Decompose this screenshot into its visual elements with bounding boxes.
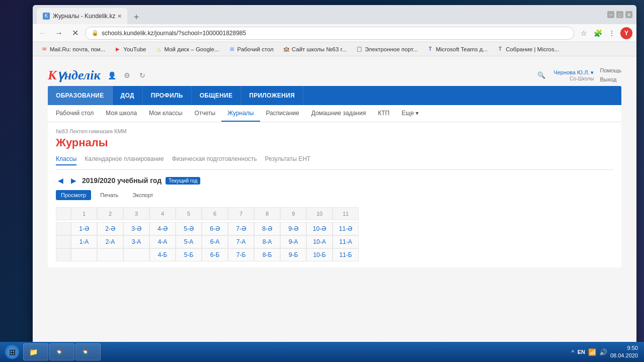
class-8b[interactable]: 8-Б — [254, 248, 280, 261]
active-tab[interactable]: K Журналы - Kundelik.kz ✕ — [37, 8, 127, 24]
bookmark-teams[interactable]: T Microsoft Teams д... — [423, 45, 492, 54]
logo-k: К — [48, 68, 57, 82]
taskbar-item-files[interactable]: 📁 — [23, 343, 48, 360]
subnav-homework[interactable]: Домашние задания — [305, 105, 372, 122]
class-6a[interactable]: 6-А — [202, 235, 228, 248]
tab-close-button[interactable]: ✕ — [115, 12, 123, 20]
bookmark-star-icon[interactable]: ☆ — [578, 28, 589, 39]
reload-button[interactable]: ✕ — [69, 27, 81, 39]
bookmark-drive[interactable]: △ Мой диск – Google... — [151, 45, 223, 54]
class-4b[interactable]: 4-Б — [149, 248, 176, 261]
tab-classes[interactable]: Классы — [56, 155, 76, 165]
subnav-myschool[interactable]: Моя школа — [100, 105, 143, 122]
year-navigation: ◀ ▶ 2019/2020 учебный год Текущий год — [56, 176, 613, 185]
bookmark-school-label: Сайт школы №63 г... — [292, 46, 347, 52]
class-2e[interactable]: 2-Ə — [97, 222, 123, 235]
prev-year-button[interactable]: ◀ — [56, 176, 65, 185]
nav-education[interactable]: ОБРАЗОВАНИЕ — [48, 86, 113, 105]
tab-ent[interactable]: Результаты ЕНТ — [265, 155, 311, 165]
class-8a[interactable]: 8-А — [254, 235, 280, 248]
tab-classes-label: Классы — [56, 155, 76, 162]
search-button[interactable]: 🔍 — [535, 69, 547, 81]
url-bar[interactable]: 🔒 schools.kundelik.kz/journals/?school=1… — [85, 27, 574, 40]
nav-apps[interactable]: ПРИЛОЖЕНИЯ — [241, 86, 303, 105]
class-10b[interactable]: 10-Б — [306, 248, 333, 261]
class-3a[interactable]: 3-А — [123, 235, 149, 248]
class-10a[interactable]: 10-А — [306, 235, 333, 248]
user-avatar[interactable]: Y — [620, 27, 632, 39]
help-link[interactable]: Помощь — [600, 66, 622, 75]
network-icon[interactable]: 📶 — [588, 348, 596, 356]
class-7a[interactable]: 7-А — [228, 235, 254, 248]
subnav-schedule[interactable]: Расписание — [260, 105, 305, 122]
bookmark-portal[interactable]: 📋 Электронное порт... — [352, 45, 422, 54]
audio-icon[interactable]: 🔊 — [599, 348, 607, 356]
subnav-journals[interactable]: Журналы — [221, 105, 260, 122]
nav-profile[interactable]: ПРОФИЛЬ — [143, 86, 192, 105]
tab-fitness[interactable]: Физическая подготовленность — [172, 155, 257, 165]
class-4a[interactable]: 4-А — [149, 235, 176, 248]
user-name[interactable]: Чернова Ю.Л. ▾ — [553, 69, 594, 76]
back-button[interactable]: ← — [37, 27, 49, 39]
extensions-icon[interactable]: 🧩 — [592, 28, 603, 39]
bookmark-desktop[interactable]: ⊞ Рабочий стол — [224, 45, 278, 54]
class-7b[interactable]: 7-Б — [228, 248, 254, 261]
class-6b[interactable]: 6-Б — [202, 248, 228, 261]
class-4e[interactable]: 4-Ə — [149, 222, 176, 235]
new-tab-button[interactable]: + — [129, 10, 143, 24]
view-button[interactable]: Просмотр — [56, 190, 91, 200]
class-11a[interactable]: 11-А — [333, 235, 359, 248]
show-hidden-icon[interactable]: ^ — [572, 348, 575, 356]
maximize-button[interactable]: □ — [616, 11, 623, 18]
class-5a[interactable]: 5-А — [176, 235, 202, 248]
start-button[interactable]: ⊞ — [2, 343, 22, 361]
bookmark-school[interactable]: 🏫 Сайт школы №63 г... — [279, 45, 351, 54]
taskbar-item-chrome1[interactable] — [49, 343, 74, 360]
next-year-button[interactable]: ▶ — [69, 176, 78, 185]
class-1a[interactable]: 1-А — [71, 235, 97, 248]
address-bar: ← → ✕ 🔒 schools.kundelik.kz/journals/?sc… — [33, 24, 636, 42]
class-7e[interactable]: 7-Ə — [228, 222, 254, 235]
class-6e[interactable]: 6-Ə — [202, 222, 228, 235]
subnav-ktp[interactable]: КТП — [372, 105, 395, 122]
taskbar-item-chrome2[interactable] — [75, 343, 101, 360]
class-9a[interactable]: 9-А — [280, 235, 306, 248]
class-3e[interactable]: 3-Ə — [123, 222, 149, 235]
subnav-dashboard[interactable]: Рабочий стол — [50, 105, 100, 122]
class-5e[interactable]: 5-Ə — [176, 222, 202, 235]
tab-fitness-label: Физическая подготовленность — [172, 155, 257, 162]
class-9b[interactable]: 9-Б — [280, 248, 306, 261]
class-11b[interactable]: 11-Б — [333, 248, 359, 261]
close-window-button[interactable]: ✕ — [625, 11, 632, 18]
subnav-reports[interactable]: Отчеты — [189, 105, 221, 122]
profile-icon[interactable]: ⚙ — [122, 70, 133, 81]
print-button[interactable]: Печать — [95, 190, 123, 200]
class-10e[interactable]: 10-Ə — [306, 222, 333, 235]
subnav-more[interactable]: Еще ▾ — [395, 105, 425, 122]
app-logo: Күнделік — [48, 67, 101, 83]
tab-calendar[interactable]: Календарное планирование — [85, 155, 164, 165]
bookmark-youtube[interactable]: ▶ YouTube — [110, 45, 150, 54]
bookmark-meeting[interactable]: T Собрание | Micros... — [493, 45, 563, 54]
class-2a[interactable]: 2-А — [97, 235, 123, 248]
nav-profile-label: ПРОФИЛЬ — [151, 92, 183, 99]
minimize-button[interactable]: ─ — [607, 11, 614, 18]
export-button[interactable]: Экспорт — [127, 190, 158, 200]
page-content: Күнделік 👤 ⚙ ↻ 🔍 Чернова Ю.Л. ▾ — [33, 56, 636, 347]
refresh-icon[interactable]: ↻ — [137, 70, 148, 81]
nav-communication[interactable]: ОБЩЕНИЕ — [192, 86, 242, 105]
subnav-myclasses[interactable]: Мои классы — [143, 105, 189, 122]
class-11e[interactable]: 11-Ə — [333, 222, 359, 235]
class-1e[interactable]: 1-Ə — [71, 222, 97, 235]
exit-link[interactable]: Выход — [600, 75, 622, 84]
class-5b[interactable]: 5-Б — [176, 248, 202, 261]
menu-icon[interactable]: ⋮ — [606, 28, 617, 39]
notifications-icon[interactable]: 👤 — [107, 70, 118, 81]
bookmark-mail[interactable]: ✉ Mail.Ru: почта, пои... — [37, 45, 109, 54]
forward-button[interactable]: → — [53, 27, 65, 39]
taskbar-items: 📁 — [23, 343, 571, 360]
class-8e[interactable]: 8-Ə — [254, 222, 280, 235]
class-9e[interactable]: 9-Ə — [280, 222, 306, 235]
nav-dod[interactable]: ДОД — [113, 86, 143, 105]
language-indicator[interactable]: EN — [578, 349, 585, 355]
